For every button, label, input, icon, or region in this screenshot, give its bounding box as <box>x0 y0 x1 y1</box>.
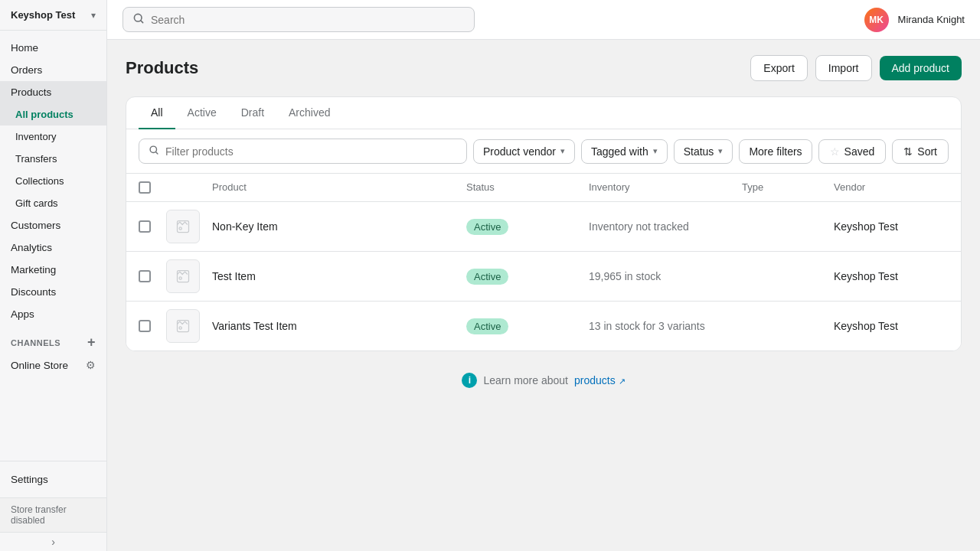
header-status: Status <box>466 181 589 194</box>
product-status: Active <box>466 318 589 334</box>
sidebar-item-label: Products <box>11 86 51 98</box>
row-1-checkbox[interactable] <box>139 220 151 233</box>
vendor-text: Keyshop Test <box>834 220 949 233</box>
star-icon: ☆ <box>830 145 840 158</box>
tab-all[interactable]: All <box>139 97 175 129</box>
sidebar-item-label: Transfers <box>15 153 57 165</box>
sidebar-item-label: Orders <box>11 64 42 76</box>
sidebar-item-discounts[interactable]: Discounts <box>0 281 106 303</box>
select-all-cell[interactable] <box>139 181 166 194</box>
sidebar-nav: Home Orders Products All products Invent… <box>0 31 106 461</box>
row-2-checkbox[interactable] <box>139 270 151 282</box>
main-content: MK Miranda Knight Products Export Import… <box>107 0 980 551</box>
sidebar-item-label: Inventory <box>15 131 56 142</box>
filter-products-input[interactable] <box>165 145 457 158</box>
tab-draft[interactable]: Draft <box>229 97 276 129</box>
sidebar: Keyshop Test ▾ Home Orders Products All … <box>0 0 107 551</box>
store-transfer-status: Store transfer disabled <box>0 497 106 532</box>
sidebar-item-all-products[interactable]: All products <box>0 103 106 126</box>
filters-row: Product vendor ▾ Tagged with ▾ Status ▾ … <box>126 129 961 174</box>
svg-point-3 <box>179 227 181 230</box>
tagged-with-filter[interactable]: Tagged with ▾ <box>581 139 668 164</box>
sidebar-item-customers[interactable]: Customers <box>0 214 106 236</box>
table-row[interactable]: Non-Key Item Active Inventory not tracke… <box>126 202 961 252</box>
product-thumbnail <box>166 210 212 243</box>
sidebar-item-online-store[interactable]: Online Store ⚙ <box>0 354 106 377</box>
tab-active[interactable]: Active <box>175 97 229 129</box>
search-input[interactable] <box>151 14 465 26</box>
select-all-checkbox[interactable] <box>139 181 151 194</box>
sort-button[interactable]: ⇅ Sort <box>892 139 949 164</box>
chevron-down-icon: ▾ <box>91 10 96 21</box>
saved-button[interactable]: ☆ Saved <box>818 139 887 164</box>
chevron-down-icon: ▾ <box>718 146 723 156</box>
sidebar-item-label: All products <box>15 109 74 120</box>
product-name: Test Item <box>212 270 466 282</box>
avatar[interactable]: MK <box>864 8 889 32</box>
export-button[interactable]: Export <box>750 55 807 81</box>
sidebar-item-label: Analytics <box>11 242 52 253</box>
svg-point-5 <box>179 277 181 279</box>
sidebar-item-collections[interactable]: Collections <box>0 170 106 192</box>
chevron-right-icon: › <box>51 536 55 548</box>
sidebar-item-marketing[interactable]: Marketing <box>0 259 106 281</box>
filter-search-icon <box>149 145 159 158</box>
inventory-text: 19,965 in stock <box>589 270 742 282</box>
page-actions: Export Import Add product <box>750 55 962 81</box>
sidebar-item-settings[interactable]: Settings <box>11 469 96 490</box>
sidebar-item-inventory[interactable]: Inventory <box>0 126 106 148</box>
product-name: Non-Key Item <box>212 220 466 233</box>
vendor-text: Keyshop Test <box>834 270 949 282</box>
channels-section-label: CHANNELS + <box>0 325 106 354</box>
sort-icon: ⇅ <box>903 145 913 158</box>
status-filter[interactable]: Status ▾ <box>674 139 733 164</box>
add-product-button[interactable]: Add product <box>880 56 962 80</box>
sidebar-item-label: Marketing <box>11 264 56 276</box>
product-vendor-filter[interactable]: Product vendor ▾ <box>473 139 575 164</box>
learn-more: i Learn more about products ↗ <box>126 351 962 397</box>
inventory-text: 13 in stock for 3 variants <box>589 320 742 332</box>
product-thumbnail <box>166 309 212 343</box>
more-filters-button[interactable]: More filters <box>739 139 812 164</box>
status-badge: Active <box>466 219 508 235</box>
table-row[interactable]: Test Item Active 19,965 in stock Keyshop… <box>126 252 961 302</box>
table-header: Product Status Inventory Type Vendor <box>126 174 961 202</box>
tab-archived[interactable]: Archived <box>276 97 342 129</box>
sidebar-item-gift-cards[interactable]: Gift cards <box>0 192 106 214</box>
sidebar-item-products[interactable]: Products <box>0 81 106 103</box>
topbar: MK Miranda Knight <box>107 0 980 40</box>
header-type: Type <box>742 181 834 194</box>
sidebar-item-orders[interactable]: Orders <box>0 59 106 81</box>
row-checkbox-cell[interactable] <box>139 270 166 282</box>
products-link[interactable]: products ↗ <box>574 374 626 386</box>
import-button[interactable]: Import <box>815 55 872 81</box>
row-checkbox-cell[interactable] <box>139 320 166 332</box>
global-search[interactable] <box>122 7 475 32</box>
product-status: Active <box>466 269 589 285</box>
sidebar-item-apps[interactable]: Apps <box>0 303 106 325</box>
row-3-checkbox[interactable] <box>139 320 151 332</box>
table-row[interactable]: Variants Test Item Active 13 in stock fo… <box>126 302 961 350</box>
product-filter-search[interactable] <box>139 139 467 164</box>
sidebar-scroll-down[interactable]: › <box>0 532 106 551</box>
chevron-down-icon: ▾ <box>653 146 658 156</box>
sidebar-item-home[interactable]: Home <box>0 37 106 59</box>
sidebar-item-label: Collections <box>15 175 64 187</box>
products-card: All Active Draft Archived <box>126 96 962 351</box>
sidebar-item-analytics[interactable]: Analytics <box>0 236 106 259</box>
sidebar-item-transfers[interactable]: Transfers <box>0 148 106 170</box>
product-name: Variants Test Item <box>212 320 466 332</box>
sidebar-header[interactable]: Keyshop Test ▾ <box>0 0 106 31</box>
sidebar-item-label: Home <box>11 42 38 54</box>
add-channel-icon[interactable]: + <box>87 334 96 350</box>
status-badge: Active <box>466 318 508 334</box>
header-vendor: Vendor <box>834 181 949 194</box>
sidebar-item-label: Gift cards <box>15 197 58 209</box>
sidebar-item-label: Customers <box>11 220 60 231</box>
settings-icon[interactable]: ⚙ <box>86 359 96 371</box>
page-header: Products Export Import Add product <box>126 55 962 81</box>
page-title: Products <box>126 58 198 78</box>
row-checkbox-cell[interactable] <box>139 220 166 233</box>
external-link-icon: ↗ <box>619 377 626 386</box>
page-content: Products Export Import Add product All A… <box>107 40 980 551</box>
